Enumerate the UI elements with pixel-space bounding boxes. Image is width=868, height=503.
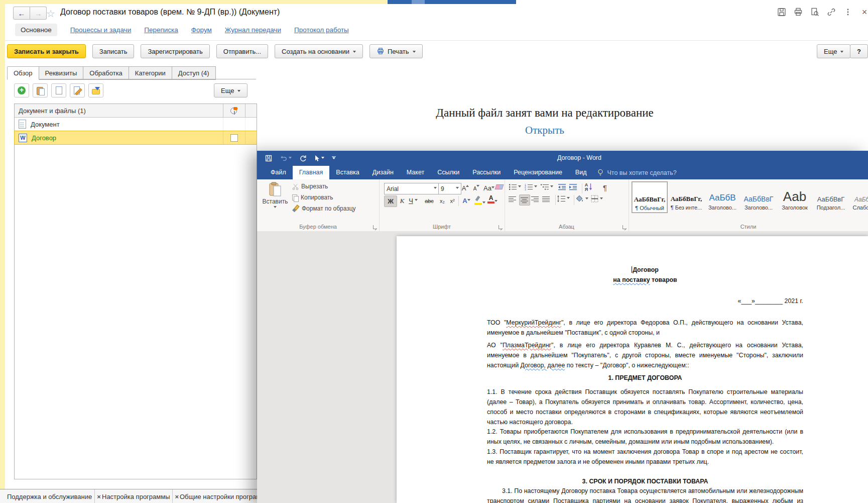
change-case-button[interactable]: Аа [482,183,495,193]
word-titlebar[interactable]: Договор - Word [257,151,868,166]
tell-me-box[interactable]: Что вы хотите сделать? [597,166,676,179]
file-row-document[interactable]: Документ [15,118,257,131]
send-button[interactable]: Отправить... [216,44,268,58]
nav-link-work-protocol[interactable]: Протокол работы [294,26,349,34]
nav-link-correspondence[interactable]: Переписка [144,26,178,34]
undo-icon[interactable] [280,155,292,162]
tab-review[interactable]: Рецензирование [507,166,569,179]
new-file-button[interactable] [51,83,66,97]
touch-mode-icon[interactable] [314,155,324,162]
nav-link-forum[interactable]: Форум [191,26,212,34]
more-dots-icon[interactable] [841,6,854,18]
tab-requisites[interactable]: Реквизиты [39,66,84,80]
style-heading1[interactable]: АаБбВ Заголово... [705,181,740,212]
underline-button[interactable]: Ч [407,195,419,206]
cut-button[interactable]: Вырезать [292,183,328,190]
register-button[interactable]: Зарегистрировать [141,44,209,58]
italic-button[interactable]: К [396,195,408,206]
align-right-button[interactable] [531,196,539,203]
help-button[interactable]: ? [850,44,868,58]
paste-button[interactable]: Вставить [262,182,288,219]
create-from-button[interactable]: Создать на основании [275,44,363,58]
increase-indent-button[interactable] [569,183,577,190]
tab-design[interactable]: Дизайн [366,166,400,179]
tab-overview[interactable]: Обзор [7,66,39,80]
style-no-spacing[interactable]: АаБбВвГг, ¶ Без инте... [669,181,704,212]
tab-categories[interactable]: Категории [129,66,172,80]
file-row-contract[interactable]: Договор [15,131,257,144]
close-icon[interactable]: × [858,6,868,18]
tab-file[interactable]: Файл [264,166,293,179]
add-button[interactable] [14,83,29,97]
edit-file-button[interactable] [70,83,85,97]
highlight-button[interactable] [474,196,485,205]
style-heading2[interactable]: АаБбВвГ Заголово... [741,181,776,212]
font-family-select[interactable]: Arial [384,183,439,194]
text-effects-button[interactable]: А [460,195,472,206]
superscript-button[interactable]: x² [446,195,458,206]
shrink-font-button[interactable]: А [470,183,482,194]
document-page[interactable]: Договор на поставку товаров «___»_______… [397,236,868,503]
tab-layout[interactable]: Макет [400,166,431,179]
favorite-star-icon[interactable]: ☆ [46,8,55,20]
save-close-button[interactable]: Записать и закрыть [7,44,86,58]
dialog-launcher-icon[interactable] [623,225,627,229]
align-left-button[interactable] [509,196,517,203]
style-subtitle[interactable]: АаБбВвГ Подзагол... [813,181,848,212]
grow-font-button[interactable]: А [459,183,471,193]
more-button[interactable]: Еще [817,44,850,58]
file-toolbar-more-button[interactable]: Еще [214,83,247,97]
forward-button[interactable]: → [30,7,47,20]
back-button[interactable]: ← [13,7,30,20]
preview-icon[interactable] [808,6,821,18]
paste-file-button[interactable] [33,83,48,97]
borders-button[interactable] [591,195,603,203]
style-subtle-emphasis[interactable]: АаБбВвГ Слабое в... [849,181,868,212]
redo-icon[interactable] [299,155,306,162]
save-icon[interactable] [265,155,272,162]
decrease-indent-button[interactable] [558,183,566,190]
tab-processing[interactable]: Обработка [83,66,129,80]
line-spacing-button[interactable] [557,195,570,203]
copy-button[interactable]: Копировать [292,194,333,201]
files-header-row[interactable]: Документ и файлы (1) [15,104,257,118]
tab-references[interactable]: Ссылки [431,166,466,179]
print-icon[interactable] [792,6,805,18]
strikethrough-button[interactable]: abc [423,195,435,206]
font-color-button[interactable]: А [487,195,498,204]
window-tab-common-settings[interactable]: Общие настройки программ [173,489,263,503]
window-tab-settings[interactable]: Настройка программы [95,489,173,503]
link-icon[interactable] [825,6,838,18]
save-button[interactable]: Записать [92,44,135,58]
multilevel-list-button[interactable] [541,183,553,190]
style-normal[interactable]: АаБбВвГг, ¶ Обычный [632,181,668,213]
open-link[interactable]: Открыть [311,124,778,137]
save-to-disk-button[interactable] [88,83,103,97]
bold-button[interactable]: Ж [384,195,397,207]
tab-view[interactable]: Вид [569,166,593,179]
dialog-launcher-icon[interactable] [499,225,503,229]
justify-button[interactable] [542,196,550,203]
clear-formatting-icon[interactable] [494,184,504,189]
nav-link-processes[interactable]: Процессы и задачи [70,26,131,34]
tab-home[interactable]: Главная [293,166,330,179]
window-tab-support[interactable]: Поддержка и обслуживание [0,489,95,503]
pin-column-header[interactable] [223,104,245,117]
bullets-button[interactable] [509,183,521,190]
tab-insert[interactable]: Вставка [329,166,365,179]
format-painter-button[interactable]: Формат по образцу [292,205,356,212]
row-checkbox[interactable] [230,134,238,142]
numbering-button[interactable]: 123 [525,183,537,190]
pilcrow-button[interactable]: ¶ [599,182,611,193]
font-size-select[interactable]: 9 [438,183,461,194]
save-icon[interactable] [775,6,788,18]
nav-item-main[interactable]: Основное [15,24,57,36]
shading-button[interactable] [575,195,588,203]
sort-button[interactable]: АЯ [584,182,592,191]
nav-link-transfer-log[interactable]: Журнал передачи [225,26,281,34]
customize-qat-icon[interactable] [332,156,336,161]
print-button[interactable]: Печать [369,44,423,58]
dialog-launcher-icon[interactable] [373,225,377,229]
style-title[interactable]: Aab Заголовок [777,181,812,212]
tab-access[interactable]: Доступ (4) [172,66,216,80]
